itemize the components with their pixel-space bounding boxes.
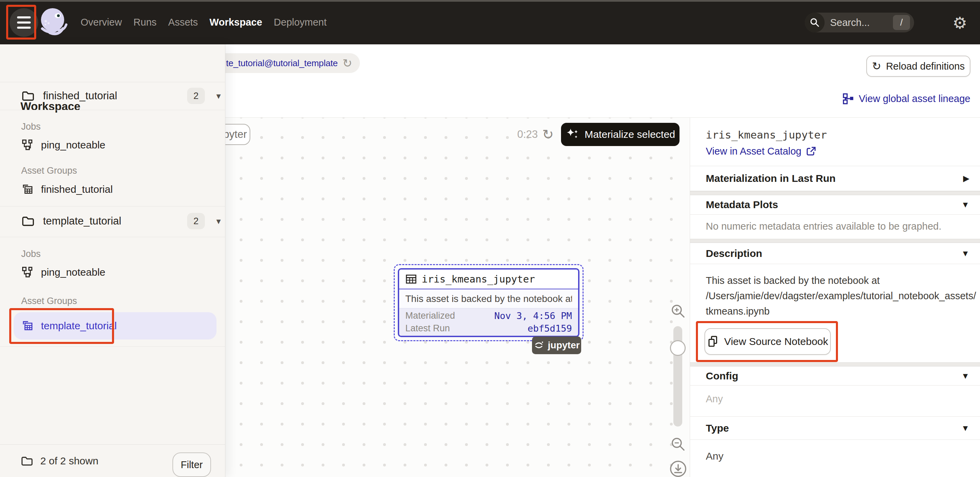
dagster-app-window: Overview Runs Assets Workspace Deploymen… [0,0,980,477]
latest-run-label: Latest Run [405,323,450,334]
caret-right-icon[interactable]: ▶ [963,174,969,183]
sidebar-item-job-ping-noteable[interactable]: ping_noteable [0,135,225,155]
view-source-notebook-button[interactable]: View Source Notebook [705,328,831,355]
asset-details-panel: iris_kmeans_jupyter View in Asset Catalo… [690,118,980,477]
top-nav-bar: Overview Runs Assets Workspace Deploymen… [0,0,980,44]
chevron-down-icon[interactable]: ▾ [212,216,225,227]
materialized-label: Materialized [405,311,455,321]
zoom-in-icon[interactable] [670,303,686,319]
hamburger-menu-button[interactable] [10,8,38,37]
divider [0,346,225,347]
primary-nav: Overview Runs Assets Workspace Deploymen… [81,0,327,44]
dagster-octopus-logo[interactable] [38,6,70,39]
section-separator [690,362,980,366]
type-value: Any [706,450,724,462]
search-icon [805,13,825,32]
sidebar-item-group-finished-tutorial[interactable]: finished_tutorial [0,179,225,200]
repo-finished-tutorial-header[interactable]: finished_tutorial 2 ▾ [0,82,225,109]
caret-down-icon[interactable]: ▼ [961,200,969,209]
section-config[interactable]: Config ▼ [690,366,980,385]
metadata-empty-message: No numeric metadata entries available to… [706,221,942,232]
view-global-asset-lineage-link[interactable]: View global asset lineage [842,93,970,105]
folder-icon [21,89,34,102]
section-metadata-plots[interactable]: Metadata Plots ▼ [690,195,980,215]
sidebar-item-job-ping-noteable-2[interactable]: ping_noteable [0,262,225,283]
search-shortcut-key: / [893,15,910,30]
config-value: Any [706,393,723,405]
asset-group-icon [22,320,33,332]
jupyter-icon [533,340,544,351]
panel-asset-name: iris_kmeans_jupyter [706,128,827,141]
asset-node-iris-kmeans-jupyter[interactable]: iris_kmeans_jupyter This asset is backed… [398,268,579,337]
latest-run-id-link[interactable]: ebf5d159 [528,323,572,334]
caret-down-icon[interactable]: ▼ [961,249,969,258]
table-icon [405,273,417,285]
external-link-icon [805,146,816,157]
repo-location-chip[interactable]: te_tutorial@tutorial_template ↻ [205,53,360,73]
search-input[interactable] [829,17,884,29]
materialized-timestamp[interactable]: Nov 3, 4:56 PM [494,311,572,321]
caret-down-icon[interactable]: ▼ [961,371,969,381]
asset-node-header: iris_kmeans_jupyter [399,269,578,289]
zoom-out-icon[interactable] [670,436,686,452]
repo-location-label: te_tutorial@tutorial_template [226,58,338,68]
repo-count-badge: 2 [187,88,205,104]
folder-icon [21,455,33,467]
nav-overview[interactable]: Overview [81,17,122,28]
asset-node-stats: Materialized Nov 3, 4:56 PM Latest Run e… [399,309,578,336]
chevron-down-icon[interactable]: ▾ [212,91,225,101]
reload-definitions-button[interactable]: ↻ Reload definitions [866,55,970,77]
section-separator [690,239,980,243]
jobs-section-label: Jobs [21,249,41,259]
sparkles-icon [565,127,580,142]
repo-template-tutorial-header[interactable]: template_tutorial 2 ▾ [0,208,225,235]
nav-deployment[interactable]: Deployment [274,17,327,28]
shown-count-text: 2 of 2 shown [40,455,98,467]
graph-query-text: pyter [223,128,247,141]
zoom-slider-thumb[interactable] [670,340,686,356]
asset-group-icon [22,184,33,195]
refresh-timer: 0:23 [498,124,538,145]
job-icon [22,139,33,151]
download-image-icon[interactable] [669,460,687,477]
nav-assets[interactable]: Assets [168,17,198,28]
nav-workspace[interactable]: Workspace [210,17,262,28]
lineage-icon [842,93,854,105]
folder-icon [21,215,34,228]
sidebar-item-group-template-tutorial[interactable]: template_tutorial [14,312,216,339]
section-materialization-last-run[interactable]: Materialization in Last Run ▶ [690,166,980,191]
divider [0,237,225,237]
asset-groups-section-label: Asset Groups [21,296,77,306]
copy-notebook-icon [707,335,719,348]
reload-icon: ↻ [872,61,881,72]
asset-node-selection-outline[interactable]: iris_kmeans_jupyter This asset is backed… [394,264,584,341]
graph-refresh-icon[interactable]: ↻ [542,124,554,145]
asset-node-description-row: This asset is backed by the notebook at … [399,289,578,309]
global-search[interactable]: / [805,13,914,32]
description-text: This asset is backed by the notebook at … [706,273,976,319]
caret-down-icon[interactable]: ▼ [961,423,969,433]
view-in-asset-catalog-link[interactable]: View in Asset Catalog [706,146,816,157]
gear-icon[interactable]: ⚙ [951,14,968,32]
section-separator [690,191,980,195]
filter-button[interactable]: Filter [172,452,211,477]
divider [0,110,225,110]
asset-groups-section-label: Asset Groups [21,165,77,176]
section-type[interactable]: Type ▼ [690,417,980,440]
section-description[interactable]: Description ▼ [690,243,980,264]
materialize-selected-button[interactable]: Materialize selected [561,123,679,146]
divider [0,206,225,206]
repo-reload-icon[interactable]: ↻ [342,57,352,69]
jobs-section-label: Jobs [21,122,41,132]
hamburger-icon [17,16,31,18]
asset-node-name: iris_kmeans_jupyter [422,273,535,285]
repo-count-badge: 2 [187,213,205,229]
workspace-sidebar: Workspace finished_tutorial 2 ▾ Jobs pin… [0,44,225,477]
job-icon [22,266,33,278]
nav-runs[interactable]: Runs [134,17,157,28]
jupyter-tag[interactable]: jupyter [532,336,581,354]
